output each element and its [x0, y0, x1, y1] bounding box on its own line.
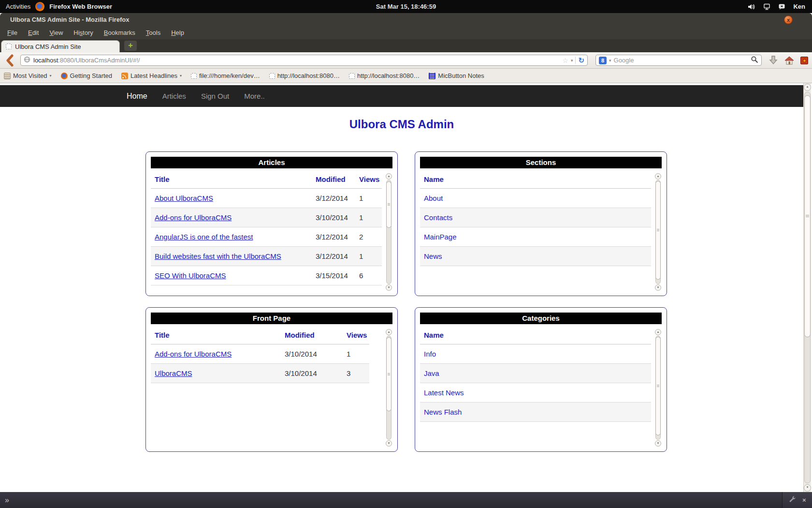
url-bar[interactable]: localhost:8080/UlboraCmsAdminUI/#!/ ☆ ▾ … [20, 55, 588, 66]
wrench-icon[interactable] [788, 495, 796, 505]
scroll-up-icon[interactable]: ▲ [655, 329, 661, 335]
scrollbar-thumb[interactable] [655, 181, 661, 280]
scrollbar-thumb[interactable] [386, 337, 392, 411]
addon-bar: » × [0, 492, 812, 508]
tab-title: Ulbora CMS Admin Site [15, 43, 81, 50]
bookmark-label: Most Visited [13, 72, 47, 79]
clock[interactable]: Sat Mar 15, 18:46:59 [0, 0, 812, 13]
scrollbar-track[interactable] [804, 92, 811, 483]
modified-date: 3/10/2014 [281, 363, 343, 383]
panel-scrollbar[interactable]: ▲ ▼ [386, 173, 392, 291]
menu-item[interactable]: File [2, 27, 23, 39]
views-count: 1 [355, 246, 382, 266]
bookmark-item[interactable]: http://localhost:8080… [269, 72, 340, 79]
panel-scrollbar[interactable]: ▲ ▼ [655, 173, 661, 291]
display-network-icon[interactable] [763, 3, 770, 10]
bookmark-item[interactable]: MicButton Notes [429, 72, 484, 79]
site-nav-item[interactable]: More.. [244, 92, 265, 100]
article-link[interactable]: Add-ons for UlboraCMS [155, 350, 232, 358]
section-link[interactable]: About [424, 194, 443, 202]
column-header-title: Title [151, 326, 281, 344]
search-bar[interactable]: 8 ▾ Google [595, 55, 762, 66]
article-link[interactable]: UlboraCMS [155, 369, 192, 377]
site-nav-item[interactable]: Articles [162, 92, 186, 100]
scroll-down-icon[interactable]: ▼ [386, 284, 392, 291]
scroll-up-icon[interactable]: ▲ [655, 173, 661, 179]
section-link[interactable]: MainPage [424, 233, 457, 241]
bookmark-item[interactable]: Most Visited ▾ [4, 72, 52, 79]
article-link[interactable]: Add-ons for UlboraCMS [155, 213, 232, 222]
addon-bar-expander[interactable]: » [5, 496, 9, 505]
bookmark-star-icon[interactable]: ☆ [562, 57, 568, 64]
url-dropdown-icon[interactable]: ▾ [571, 58, 573, 63]
tab-favicon [6, 44, 12, 49]
scrollbar-thumb[interactable] [655, 337, 661, 435]
user-menu[interactable]: Ken [793, 3, 805, 10]
search-icon[interactable] [751, 56, 758, 65]
menu-item[interactable]: Tools [141, 27, 166, 39]
article-link[interactable]: SEO With UlboraCMS [155, 271, 226, 280]
panel-scrollbar[interactable]: ▲ ▼ [386, 329, 392, 447]
scrollbar-track[interactable] [386, 180, 392, 284]
addon-bar-close-icon[interactable]: × [802, 496, 806, 504]
window-title-bar[interactable]: Ulbora CMS Admin Site - Mozilla Firefox … [0, 13, 812, 27]
extension-icon[interactable] [800, 57, 808, 64]
scroll-up-icon[interactable]: ▲ [804, 84, 811, 91]
search-engine-icon[interactable]: 8 [599, 57, 607, 64]
tab-active[interactable]: Ulbora CMS Admin Site [1, 40, 120, 52]
scroll-up-icon[interactable]: ▲ [386, 329, 392, 335]
menu-item[interactable]: Edit [23, 27, 44, 39]
front-page-panel-header: Front Page [151, 313, 392, 324]
site-identity-icon[interactable] [24, 56, 30, 64]
bookmark-item[interactable]: http://localhost:8080… [349, 72, 420, 79]
bookmark-icon [349, 73, 355, 79]
scroll-down-icon[interactable]: ▼ [386, 440, 392, 447]
bookmark-item[interactable]: Latest Headlines ▾ [121, 72, 182, 79]
url-host: localhost [33, 57, 58, 64]
new-tab-button[interactable]: + [124, 41, 137, 51]
category-link[interactable]: Java [424, 369, 439, 377]
section-link[interactable]: Contacts [424, 213, 452, 222]
search-engine-dropdown-icon[interactable]: ▾ [609, 58, 611, 63]
table-row: AngularJS is one of the fastest 3/12/201… [151, 227, 382, 246]
site-navbar: HomeArticlesSign OutMore.. [0, 85, 803, 107]
scroll-up-icon[interactable]: ▲ [386, 173, 392, 179]
scroll-down-icon[interactable]: ▼ [804, 484, 811, 492]
column-header-modified: Modified [312, 170, 355, 188]
home-icon[interactable] [784, 56, 795, 67]
reload-icon[interactable]: ↻ [578, 56, 584, 65]
section-link[interactable]: News [424, 252, 442, 260]
scrollbar-track[interactable] [655, 180, 661, 284]
bookmark-dropdown-icon: ▾ [50, 74, 52, 78]
panel-scrollbar[interactable]: ▲ ▼ [655, 329, 661, 447]
back-button[interactable] [4, 54, 17, 67]
menu-item[interactable]: Help [166, 27, 189, 39]
article-link[interactable]: About UlboraCMS [155, 194, 213, 202]
article-link[interactable]: AngularJS is one of the fastest [155, 233, 253, 241]
chat-status-icon[interactable] [778, 3, 785, 10]
category-link[interactable]: Info [424, 350, 436, 358]
views-count: 1 [355, 208, 382, 227]
menu-item[interactable]: Bookmarks [99, 27, 141, 39]
downloads-icon[interactable] [768, 55, 779, 68]
menu-item[interactable]: History [68, 27, 98, 39]
scrollbar-thumb[interactable] [386, 181, 392, 228]
window-scrollbar[interactable]: ▲ ▼ [803, 83, 811, 492]
scrollbar-track[interactable] [386, 336, 392, 440]
menu-item[interactable]: View [44, 27, 68, 39]
volume-icon[interactable] [748, 3, 755, 10]
category-link[interactable]: News Flash [424, 408, 462, 416]
scroll-down-icon[interactable]: ▼ [655, 440, 661, 447]
scroll-down-icon[interactable]: ▼ [655, 284, 661, 291]
scrollbar-track[interactable] [655, 336, 661, 440]
bookmark-item[interactable]: file:///home/ken/dev… [191, 72, 260, 79]
categories-panel: Categories Name Info Java Latest News Ne… [415, 307, 667, 452]
views-count: 1 [355, 188, 382, 208]
scrollbar-thumb[interactable] [804, 95, 811, 337]
site-nav-item[interactable]: Sign Out [201, 92, 229, 100]
site-nav-item[interactable]: Home [127, 92, 147, 101]
window-close-button[interactable]: x [784, 15, 793, 24]
article-link[interactable]: Build websites fast with the UlboraCMS [155, 252, 281, 260]
bookmark-item[interactable]: Getting Started [61, 72, 112, 79]
category-link[interactable]: Latest News [424, 388, 464, 397]
